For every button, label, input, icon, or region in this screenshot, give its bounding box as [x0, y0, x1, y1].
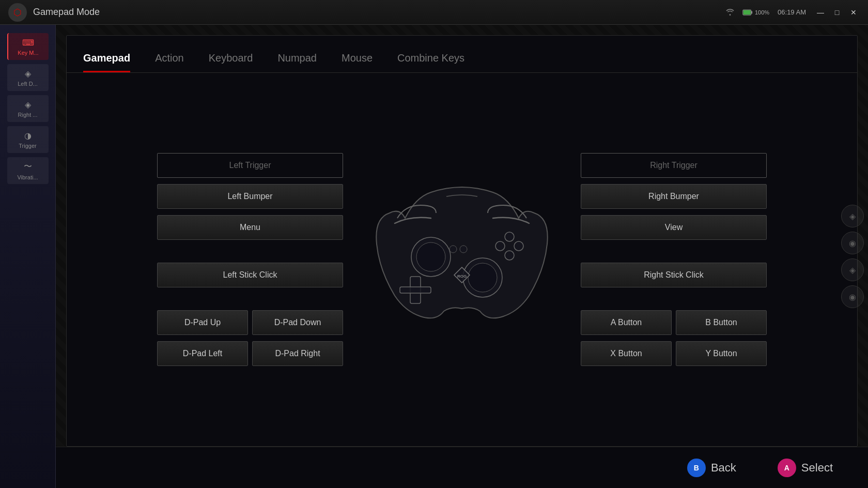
- svg-point-14: [450, 246, 457, 253]
- spacer-right2: [581, 294, 767, 304]
- right-stick-click-button[interactable]: Right Stick Click: [581, 263, 767, 287]
- sidebar-item-label: Right ...: [18, 112, 38, 118]
- sidebar-item-leftd[interactable]: ◈ Left D...: [7, 64, 49, 91]
- svg-rect-9: [400, 287, 431, 293]
- spacer-left2: [157, 294, 343, 304]
- svg-point-5: [416, 242, 445, 271]
- wifi-status: [726, 8, 734, 17]
- svg-point-13: [505, 232, 514, 241]
- tab-mouse[interactable]: Mouse: [329, 52, 385, 72]
- dpad-down-button[interactable]: D-Pad Down: [252, 310, 343, 335]
- maximize-button[interactable]: □: [831, 6, 843, 19]
- tab-combine-keys[interactable]: Combine Keys: [385, 52, 477, 72]
- sidebar-item-rightd[interactable]: ◈ Right ...: [7, 95, 49, 122]
- right-buttons: Right Trigger Right Bumper View Right St…: [581, 153, 767, 366]
- panel: Gamepad Action Keyboard Numpad Mouse Com…: [66, 35, 858, 447]
- select-badge: A: [778, 459, 796, 477]
- sidebar: ⌨ Key M... ◈ Left D... ◈ Right ... ◑ Tri…: [0, 25, 56, 488]
- select-button[interactable]: A Select: [763, 452, 847, 483]
- titlebar: ⬡ Gamepad Mode 100% 06:19 AM — □ ✕: [0, 0, 868, 25]
- dpad-right-button[interactable]: D-Pad Right: [252, 341, 343, 366]
- svg-point-7: [468, 263, 497, 292]
- sidebar-item-label: Left D...: [18, 81, 38, 87]
- controller-svg-wrapper: ROG: [353, 161, 570, 358]
- svg-rect-2: [751, 11, 753, 13]
- svg-rect-3: [743, 10, 751, 14]
- deco-btn-4[interactable]: ◉: [841, 285, 864, 308]
- svg-point-15: [460, 246, 467, 253]
- left-buttons: Left Trigger Left Bumper Menu Left Stick…: [157, 153, 343, 366]
- svg-point-10: [505, 251, 514, 260]
- time-status: 06:19 AM: [778, 8, 806, 16]
- rightd-icon: ◈: [25, 100, 31, 110]
- view-button[interactable]: View: [581, 215, 767, 240]
- controller-image: ROG: [353, 161, 570, 358]
- spacer-left: [157, 246, 343, 256]
- main-content: Gamepad Action Keyboard Numpad Mouse Com…: [56, 25, 868, 488]
- status-area: 100% 06:19 AM: [726, 8, 806, 17]
- back-badge: B: [687, 459, 706, 477]
- select-label: Select: [801, 461, 833, 475]
- tab-gamepad[interactable]: Gamepad: [83, 52, 143, 72]
- battery-status: 100%: [742, 9, 769, 16]
- deco-btn-3[interactable]: ◈: [841, 258, 864, 281]
- app-title: Gamepad Mode: [33, 7, 726, 18]
- left-trigger-button[interactable]: Left Trigger: [157, 153, 343, 178]
- minimize-button[interactable]: —: [814, 6, 827, 19]
- svg-text:ROG: ROG: [457, 274, 467, 279]
- back-button[interactable]: B Back: [673, 452, 751, 483]
- trigger-icon: ◑: [24, 131, 32, 141]
- ab-row: A Button B Button: [581, 310, 767, 335]
- spacer-right: [581, 246, 767, 256]
- y-button[interactable]: Y Button: [676, 341, 767, 366]
- sidebar-item-label: Vibrati...: [17, 174, 38, 180]
- tab-action[interactable]: Action: [143, 52, 196, 72]
- controller-area: Left Trigger Left Bumper Menu Left Stick…: [67, 73, 857, 446]
- keymap-icon: ⌨: [22, 38, 34, 48]
- dpad-row-1: D-Pad Up D-Pad Down: [157, 310, 343, 335]
- xy-row: X Button Y Button: [581, 341, 767, 366]
- back-label: Back: [711, 461, 736, 475]
- svg-point-0: [730, 14, 731, 16]
- dpad-left-button[interactable]: D-Pad Left: [157, 341, 248, 366]
- close-button[interactable]: ✕: [847, 6, 860, 19]
- tab-keyboard[interactable]: Keyboard: [196, 52, 266, 72]
- a-button[interactable]: A Button: [581, 310, 672, 335]
- window-controls: — □ ✕: [814, 6, 860, 19]
- app-icon: ⬡: [8, 3, 27, 22]
- tab-numpad[interactable]: Numpad: [265, 52, 329, 72]
- right-trigger-button[interactable]: Right Trigger: [581, 153, 767, 178]
- right-decorative-buttons: ◈ ◉ ◈ ◉: [841, 205, 864, 308]
- leftd-icon: ◈: [25, 69, 31, 79]
- x-button[interactable]: X Button: [581, 341, 672, 366]
- menu-button[interactable]: Menu: [157, 215, 343, 240]
- b-button[interactable]: B Button: [676, 310, 767, 335]
- svg-point-12: [514, 241, 523, 251]
- svg-point-11: [495, 241, 505, 251]
- sidebar-item-vibration[interactable]: 〜 Vibrati...: [7, 157, 49, 184]
- sidebar-item-trigger[interactable]: ◑ Trigger: [7, 126, 49, 153]
- dpad-up-button[interactable]: D-Pad Up: [157, 310, 248, 335]
- dpad-row-2: D-Pad Left D-Pad Right: [157, 341, 343, 366]
- right-bumper-button[interactable]: Right Bumper: [581, 184, 767, 209]
- sidebar-item-keymap[interactable]: ⌨ Key M...: [7, 33, 49, 60]
- vibration-icon: 〜: [24, 161, 32, 172]
- controller-svg: ROG: [369, 177, 555, 342]
- sidebar-item-label: Key M...: [18, 50, 38, 56]
- sidebar-item-label: Trigger: [19, 143, 36, 149]
- deco-btn-2[interactable]: ◉: [841, 232, 864, 254]
- tab-bar: Gamepad Action Keyboard Numpad Mouse Com…: [67, 36, 857, 73]
- left-bumper-button[interactable]: Left Bumper: [157, 184, 343, 209]
- deco-btn-1[interactable]: ◈: [841, 205, 864, 227]
- left-stick-click-button[interactable]: Left Stick Click: [157, 263, 343, 287]
- bottom-bar: B Back A Select: [56, 447, 868, 488]
